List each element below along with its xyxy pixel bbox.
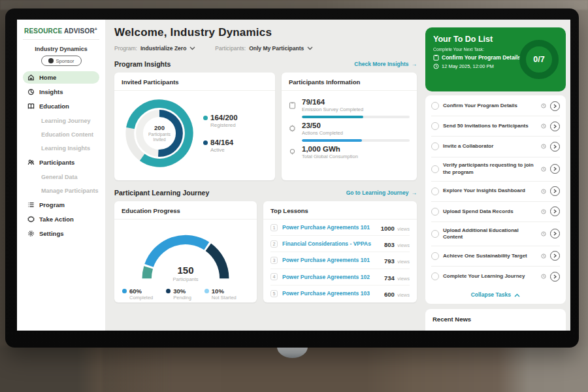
- clipboard-icon: [433, 54, 439, 61]
- actions-progress-fill: [302, 139, 362, 142]
- logo-plus: +: [95, 27, 97, 31]
- sidebar-item-take-action[interactable]: Take Action: [23, 213, 99, 225]
- todo-item-label[interactable]: Complete Your Learning Journey: [443, 273, 537, 280]
- sidebar-item-home[interactable]: Home: [23, 71, 99, 84]
- go-to-learning-journey-link[interactable]: Go to Learning Journey →: [346, 189, 417, 196]
- invited-participants-card: Invited Participants: [114, 73, 275, 180]
- lesson-link[interactable]: Financial Considerations - VPPAs: [282, 240, 380, 247]
- sidebar-item-participants[interactable]: Participants: [23, 156, 99, 169]
- consumption-value: 1,000 GWh: [302, 145, 410, 153]
- sidebar-item-label: Insights: [39, 88, 63, 95]
- todo-item-label[interactable]: Verify participants requesting to join t…: [443, 162, 537, 176]
- todo-item-label[interactable]: Upload Spend Data Records: [443, 208, 537, 215]
- sidebar-item-learning-insights[interactable]: Learning Insights: [23, 142, 99, 154]
- list-icon: [27, 201, 35, 208]
- insights-icon: [27, 88, 35, 95]
- todo-open-button[interactable]: [550, 164, 560, 174]
- check-more-insights-link[interactable]: Check More Insights →: [354, 61, 417, 67]
- todo-item-label[interactable]: Send 50 Invitations to Participants: [443, 123, 537, 129]
- todo-item: Upload Spend Data Records: [431, 202, 560, 222]
- todo-item-label[interactable]: Invite a Collaborator: [443, 143, 537, 150]
- org-name: Industry Dynamics: [23, 46, 99, 52]
- sidebar-item-learning-journey[interactable]: Learning Journey: [23, 115, 99, 126]
- todo-due: 12 May 2025, 12:00 PM: [442, 63, 494, 69]
- not-started-pct: 10%: [212, 287, 237, 295]
- legend-registered: 164/200 Registered: [203, 114, 238, 128]
- gauge-center-label: Participants: [127, 276, 244, 282]
- chevron-right-icon: [553, 274, 557, 279]
- arrow-right-icon: →: [412, 189, 417, 196]
- lesson-views-suffix: views: [397, 226, 410, 232]
- lesson-link[interactable]: Power Purchase Agreements 102: [282, 274, 380, 280]
- home-icon: [27, 74, 35, 81]
- clock-icon: [541, 274, 546, 279]
- todo-checkbox[interactable]: [431, 165, 439, 173]
- todo-checkbox[interactable]: [431, 102, 439, 110]
- sidebar-item-insights[interactable]: Insights: [23, 86, 99, 98]
- participants-filter[interactable]: Participants: Only My Participants: [215, 45, 313, 52]
- pending-label: Pending: [173, 295, 191, 301]
- todo-open-button[interactable]: [550, 186, 560, 196]
- todo-checkbox[interactable]: [431, 252, 439, 260]
- todo-open-button[interactable]: [550, 142, 560, 152]
- lesson-row: 4 Power Purchase Agreements 102 734 view…: [270, 269, 410, 286]
- todo-item-label[interactable]: Achieve One Sustainability Target: [443, 253, 537, 259]
- lesson-link[interactable]: Power Purchase Agreements 103: [282, 290, 380, 297]
- todo-checkbox[interactable]: [431, 208, 439, 216]
- todo-open-button[interactable]: [550, 229, 560, 238]
- sidebar-item-label: General Data: [41, 174, 78, 180]
- sidebar-item-label: Education Content: [41, 131, 93, 138]
- todo-item-label[interactable]: Confirm Your Program Details: [443, 103, 537, 109]
- clock-icon: [541, 209, 546, 214]
- lesson-views-count: 600: [384, 291, 395, 298]
- lesson-link[interactable]: Power Purchase Agreements 101: [282, 257, 380, 263]
- emission-survey-label: Emission Survey Completed: [302, 106, 410, 112]
- todo-checkbox[interactable]: [431, 230, 439, 238]
- todo-checkbox[interactable]: [431, 272, 439, 280]
- actions-completed-label: Actions Completed: [302, 130, 410, 136]
- todo-open-button[interactable]: [550, 101, 560, 111]
- todo-checkbox[interactable]: [431, 188, 439, 195]
- chevron-right-icon: [553, 231, 557, 236]
- completed-dot-icon: [122, 289, 127, 293]
- todo-open-button[interactable]: [550, 272, 560, 282]
- legend-completed: 60% Completed: [122, 287, 153, 301]
- participants-filter-value: Only My Participants: [249, 45, 304, 52]
- lesson-link[interactable]: Power Purchase Agreements 101: [282, 224, 376, 231]
- registered-value: 164/200: [210, 114, 238, 122]
- sidebar-item-education-content[interactable]: Education Content: [23, 129, 99, 140]
- todo-item-label[interactable]: Explore Your Insights Dashboard: [443, 188, 537, 194]
- sidebar-item-manage-participants[interactable]: Manage Participants: [23, 185, 99, 196]
- sidebar-item-general-data[interactable]: General Data: [23, 171, 99, 182]
- todo-checkbox[interactable]: [431, 142, 439, 150]
- chevron-right-icon: [553, 144, 557, 149]
- todo-item: Send 50 Invitations to Participants: [431, 116, 560, 137]
- donut-center-label: Participants Invited: [144, 132, 175, 142]
- todo-item-label[interactable]: Upload Additional Educational Content: [443, 227, 537, 241]
- sidebar-item-settings[interactable]: Settings: [23, 227, 99, 240]
- sidebar-item-program[interactable]: Program: [23, 199, 99, 211]
- todo-checkbox[interactable]: [431, 122, 439, 130]
- donut-center-value: 200: [154, 124, 165, 131]
- sidebar-item-label: Home: [39, 74, 56, 81]
- sidebar-item-education[interactable]: Education: [23, 100, 99, 112]
- todo-open-button[interactable]: [550, 122, 560, 131]
- sidebar-item-label: Participants: [39, 159, 74, 166]
- participants-filter-label: Participants:: [215, 45, 246, 52]
- todo-item: Explore Your Insights Dashboard: [431, 182, 560, 202]
- emission-survey-row: 79/164 Emission Survey Completed: [289, 98, 410, 118]
- participants-information-card: Participants Information 79/164 Emission…: [282, 73, 417, 180]
- program-filter[interactable]: Program: Industrialize Zero: [114, 45, 195, 52]
- lesson-views-count: 1000: [381, 225, 395, 232]
- active-dot-icon: [203, 140, 208, 145]
- lesson-views-suffix: views: [397, 276, 410, 282]
- chevron-up-icon: [514, 293, 520, 297]
- sidebar-item-label: Settings: [39, 230, 63, 237]
- collapse-tasks-link[interactable]: Collapse Tasks: [431, 286, 560, 304]
- completed-pct: 60%: [129, 287, 153, 295]
- sidebar-nav: Home Insights Education Learning Journey…: [23, 71, 99, 240]
- todo-open-button[interactable]: [550, 206, 560, 216]
- sponsor-icon: [48, 58, 54, 63]
- todo-open-button[interactable]: [550, 251, 560, 261]
- logo-primary: RESOURCE: [24, 27, 62, 35]
